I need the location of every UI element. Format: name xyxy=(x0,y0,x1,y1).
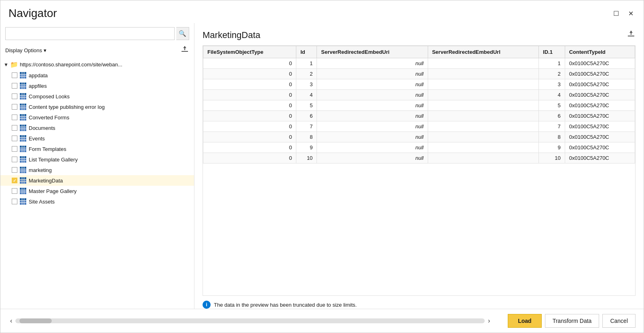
scrollbar-thumb xyxy=(19,318,52,323)
tree-item-list-template-gallery[interactable]: List Template Gallery xyxy=(0,154,194,165)
load-button[interactable]: Load xyxy=(508,314,541,328)
item-label-master-page-gallery: Master Page Gallery xyxy=(29,188,77,194)
search-row: 🔍 xyxy=(0,27,194,43)
col-header-serverredirectedembeduri: ServerRedirectedEmbedUri xyxy=(317,46,428,58)
tree-item-composed-looks[interactable]: Composed Looks xyxy=(0,91,194,102)
col-header-id: Id xyxy=(296,46,317,58)
col-header-serverredirectedembedurl: ServerRedirectedEmbedUrl xyxy=(428,46,538,58)
table-cell: 9 xyxy=(539,142,565,153)
tree-item-events[interactable]: Events xyxy=(0,133,194,144)
preview-header: MarketingData xyxy=(203,30,636,40)
checkbox-composed-looks[interactable] xyxy=(12,93,17,99)
dialog-title: Navigator xyxy=(8,7,57,20)
tree-item-form-templates[interactable]: Form Templates xyxy=(0,144,194,154)
tree-item-converted-forms[interactable]: Converted Forms xyxy=(0,112,194,123)
table-cell: 0x0100C5A270C xyxy=(565,100,635,111)
display-options-button[interactable]: Display Options ▾ xyxy=(5,47,46,53)
table-cell: null xyxy=(317,142,428,153)
checkbox-master-page-gallery[interactable] xyxy=(12,188,17,194)
table-row: 07null70x0100C5A270C xyxy=(203,121,635,132)
table-row: 09null90x0100C5A270C xyxy=(203,142,635,153)
main-content: 🔍 Display Options ▾ xyxy=(0,23,644,309)
preview-title: MarketingData xyxy=(203,30,260,40)
table-cell: 0 xyxy=(203,111,296,121)
table-cell: 0x0100C5A270C xyxy=(565,79,635,90)
scroll-left-button[interactable]: ‹ xyxy=(8,317,14,325)
right-load-icon-button[interactable] xyxy=(627,30,636,40)
checkbox-site-assets[interactable] xyxy=(12,199,17,204)
item-label-marketing: marketing xyxy=(29,167,52,173)
col-header-contenttypeid: ContentTypeId xyxy=(565,46,635,58)
table-icon-marketing-data xyxy=(20,177,26,184)
item-label-converted-forms: Converted Forms xyxy=(29,115,69,121)
table-cell: 7 xyxy=(296,121,317,132)
svg-marker-5 xyxy=(629,31,633,33)
left-load-icon-button[interactable] xyxy=(180,45,189,56)
checkbox-appdata[interactable] xyxy=(12,72,17,78)
transform-data-button[interactable]: Transform Data xyxy=(545,314,600,328)
data-table-container[interactable]: FileSystemObjectType Id ServerRedirected… xyxy=(203,45,636,296)
table-cell: 1 xyxy=(296,58,317,69)
table-cell: 8 xyxy=(296,132,317,142)
table-cell: 0 xyxy=(203,132,296,142)
minimize-button[interactable]: ☐ xyxy=(611,8,621,18)
tree-expand-icon: ▼ xyxy=(4,62,8,68)
item-label-events: Events xyxy=(29,136,45,142)
search-button[interactable]: 🔍 xyxy=(176,27,189,40)
bottom-bar: ‹ › Load Transform Data Cancel xyxy=(0,309,644,333)
checkbox-appfiles[interactable] xyxy=(12,83,17,89)
tree-list: ▼ 📁 https://contoso.sharepoint.com/site/… xyxy=(0,59,194,309)
table-cell: 10 xyxy=(296,153,317,163)
table-icon-content-type-log xyxy=(20,104,26,110)
tree-item-content-type-log[interactable]: Content type publishing error log xyxy=(0,102,194,112)
search-input[interactable] xyxy=(5,27,175,40)
title-bar: Navigator ☐ ✕ xyxy=(0,0,644,23)
close-button[interactable]: ✕ xyxy=(626,8,636,18)
checkbox-list-template-gallery[interactable] xyxy=(12,157,17,162)
table-icon-converted-forms xyxy=(20,114,26,121)
tree-item-master-page-gallery[interactable]: Master Page Gallery xyxy=(0,186,194,196)
dropdown-arrow-icon: ▾ xyxy=(44,47,46,53)
table-cell: 6 xyxy=(539,111,565,121)
tree-item-site-assets[interactable]: Site Assets xyxy=(0,196,194,207)
table-icon-documents xyxy=(20,125,26,131)
table-cell: 4 xyxy=(296,90,317,100)
checkbox-marketing-data[interactable] xyxy=(12,178,17,183)
tree-item-marketing[interactable]: marketing xyxy=(0,165,194,175)
table-row: 05null50x0100C5A270C xyxy=(203,100,635,111)
scroll-right-button[interactable]: › xyxy=(486,317,492,325)
table-cell: 2 xyxy=(539,69,565,79)
table-cell: 0 xyxy=(203,100,296,111)
display-options-label: Display Options xyxy=(5,47,42,53)
table-cell: null xyxy=(317,58,428,69)
checkbox-converted-forms[interactable] xyxy=(12,115,17,120)
tree-item-appfiles[interactable]: appfiles xyxy=(0,81,194,91)
tree-item-marketing-data[interactable]: MarketingData xyxy=(0,175,194,186)
table-row: 02null20x0100C5A270C xyxy=(203,69,635,79)
checkbox-content-type-log[interactable] xyxy=(12,104,17,110)
search-icon: 🔍 xyxy=(179,30,186,37)
tree-item-documents[interactable]: Documents xyxy=(0,123,194,133)
table-row: 06null60x0100C5A270C xyxy=(203,111,635,121)
table-icon-events xyxy=(20,135,26,142)
scrollbar-track[interactable] xyxy=(15,318,485,323)
display-options-row: Display Options ▾ xyxy=(0,43,194,59)
tree-item-appdata[interactable]: appdata xyxy=(0,70,194,81)
tree-root-item[interactable]: ▼ 📁 https://contoso.sharepoint.com/site/… xyxy=(0,59,194,70)
table-cell: null xyxy=(317,121,428,132)
table-cell: 5 xyxy=(296,100,317,111)
scrollbar-row: ‹ › xyxy=(8,317,492,325)
checkbox-events[interactable] xyxy=(12,136,17,141)
table-cell xyxy=(428,153,538,163)
item-label-appdata: appdata xyxy=(29,72,48,78)
checkbox-marketing[interactable] xyxy=(12,167,17,173)
table-cell: 0x0100C5A270C xyxy=(565,142,635,153)
title-bar-controls: ☐ ✕ xyxy=(611,8,636,18)
table-icon-appfiles xyxy=(20,83,26,89)
cancel-button[interactable]: Cancel xyxy=(602,314,636,328)
left-panel: 🔍 Display Options ▾ xyxy=(0,23,194,309)
item-label-documents: Documents xyxy=(29,125,55,131)
table-row: 08null80x0100C5A270C xyxy=(203,132,635,142)
checkbox-documents[interactable] xyxy=(12,125,17,131)
checkbox-form-templates[interactable] xyxy=(12,146,17,152)
